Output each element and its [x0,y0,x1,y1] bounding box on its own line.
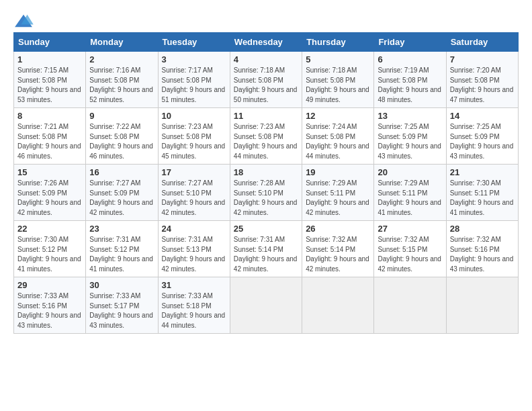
day-info: Sunrise: 7:21 AMSunset: 5:08 PMDaylight:… [17,123,81,160]
weekday-header-friday: Friday [374,33,446,52]
calendar-cell: 16Sunrise: 7:27 AMSunset: 5:09 PMDayligh… [86,165,158,221]
day-number: 2 [89,54,154,64]
calendar-cell: 4Sunrise: 7:18 AMSunset: 5:08 PMDaylight… [230,52,302,108]
weekday-header-row: SundayMondayTuesdayWednesdayThursdayFrid… [14,33,519,52]
calendar-cell: 15Sunrise: 7:26 AMSunset: 5:09 PMDayligh… [14,165,86,221]
day-info: Sunrise: 7:31 AMSunset: 5:14 PMDaylight:… [234,236,298,273]
calendar-cell: 30Sunrise: 7:33 AMSunset: 5:17 PMDayligh… [86,277,158,334]
calendar-cell [446,277,518,334]
logo [13,13,36,30]
day-info: Sunrise: 7:23 AMSunset: 5:08 PMDaylight:… [162,123,226,160]
calendar-cell: 22Sunrise: 7:30 AMSunset: 5:12 PMDayligh… [14,221,86,277]
calendar-cell: 7Sunrise: 7:20 AMSunset: 5:08 PMDaylight… [446,52,518,108]
calendar-cell: 10Sunrise: 7:23 AMSunset: 5:08 PMDayligh… [158,108,230,165]
calendar-week-row: 15Sunrise: 7:26 AMSunset: 5:09 PMDayligh… [14,165,519,221]
day-number: 4 [234,54,298,64]
day-info: Sunrise: 7:29 AMSunset: 5:11 PMDaylight:… [306,179,369,216]
day-info: Sunrise: 7:17 AMSunset: 5:08 PMDaylight:… [162,66,226,103]
calendar-cell: 8Sunrise: 7:21 AMSunset: 5:08 PMDaylight… [14,108,86,165]
calendar-week-row: 22Sunrise: 7:30 AMSunset: 5:12 PMDayligh… [14,221,519,277]
day-number: 29 [17,280,82,290]
calendar-cell: 9Sunrise: 7:22 AMSunset: 5:08 PMDaylight… [86,108,158,165]
calendar-cell: 25Sunrise: 7:31 AMSunset: 5:14 PMDayligh… [230,221,302,277]
calendar-cell: 3Sunrise: 7:17 AMSunset: 5:08 PMDaylight… [158,52,230,108]
day-number: 1 [17,54,82,64]
day-number: 24 [162,224,226,234]
calendar-cell: 2Sunrise: 7:16 AMSunset: 5:08 PMDaylight… [86,52,158,108]
day-info: Sunrise: 7:27 AMSunset: 5:10 PMDaylight:… [162,179,226,216]
calendar-cell [230,277,302,334]
calendar-cell: 26Sunrise: 7:32 AMSunset: 5:14 PMDayligh… [302,221,374,277]
day-number: 16 [89,167,154,177]
calendar-cell: 12Sunrise: 7:24 AMSunset: 5:08 PMDayligh… [302,108,374,165]
calendar-week-row: 29Sunrise: 7:33 AMSunset: 5:16 PMDayligh… [14,277,519,334]
weekday-header-thursday: Thursday [302,33,374,52]
day-number: 26 [306,224,370,234]
day-info: Sunrise: 7:30 AMSunset: 5:12 PMDaylight:… [17,236,81,273]
calendar-week-row: 8Sunrise: 7:21 AMSunset: 5:08 PMDaylight… [14,108,519,165]
calendar-cell: 23Sunrise: 7:31 AMSunset: 5:12 PMDayligh… [86,221,158,277]
day-info: Sunrise: 7:15 AMSunset: 5:08 PMDaylight:… [17,66,81,103]
day-number: 31 [162,280,226,290]
header [13,13,519,30]
day-info: Sunrise: 7:28 AMSunset: 5:10 PMDaylight:… [234,179,298,216]
calendar-cell: 20Sunrise: 7:29 AMSunset: 5:11 PMDayligh… [374,165,446,221]
day-number: 10 [162,111,226,121]
weekday-header-wednesday: Wednesday [230,33,302,52]
day-number: 30 [89,280,154,290]
day-number: 14 [450,111,515,121]
day-info: Sunrise: 7:32 AMSunset: 5:15 PMDaylight:… [378,236,441,273]
day-info: Sunrise: 7:18 AMSunset: 5:08 PMDaylight:… [306,66,369,103]
day-number: 28 [450,224,515,234]
calendar-table: SundayMondayTuesdayWednesdayThursdayFrid… [13,32,519,334]
day-info: Sunrise: 7:19 AMSunset: 5:08 PMDaylight:… [378,66,441,103]
calendar-cell: 28Sunrise: 7:32 AMSunset: 5:16 PMDayligh… [446,221,518,277]
day-info: Sunrise: 7:31 AMSunset: 5:12 PMDaylight:… [89,236,153,273]
day-number: 25 [234,224,298,234]
day-number: 12 [306,111,370,121]
calendar-cell: 21Sunrise: 7:30 AMSunset: 5:11 PMDayligh… [446,165,518,221]
calendar-cell: 31Sunrise: 7:33 AMSunset: 5:18 PMDayligh… [158,277,230,334]
day-number: 21 [450,167,515,177]
day-number: 9 [89,111,154,121]
day-info: Sunrise: 7:33 AMSunset: 5:18 PMDaylight:… [162,292,226,329]
calendar-cell: 11Sunrise: 7:23 AMSunset: 5:08 PMDayligh… [230,108,302,165]
calendar-week-row: 1Sunrise: 7:15 AMSunset: 5:08 PMDaylight… [14,52,519,108]
calendar-cell: 13Sunrise: 7:25 AMSunset: 5:09 PMDayligh… [374,108,446,165]
calendar-cell: 24Sunrise: 7:31 AMSunset: 5:13 PMDayligh… [158,221,230,277]
day-number: 18 [234,167,298,177]
day-number: 19 [306,167,370,177]
day-number: 3 [162,54,226,64]
day-info: Sunrise: 7:16 AMSunset: 5:08 PMDaylight:… [89,66,153,103]
weekday-header-saturday: Saturday [446,33,518,52]
logo-icon [13,13,34,30]
day-info: Sunrise: 7:30 AMSunset: 5:11 PMDaylight:… [450,179,514,216]
day-number: 13 [378,111,442,121]
calendar-cell: 18Sunrise: 7:28 AMSunset: 5:10 PMDayligh… [230,165,302,221]
day-number: 20 [378,167,442,177]
calendar-cell: 1Sunrise: 7:15 AMSunset: 5:08 PMDaylight… [14,52,86,108]
day-info: Sunrise: 7:29 AMSunset: 5:11 PMDaylight:… [378,179,441,216]
day-info: Sunrise: 7:27 AMSunset: 5:09 PMDaylight:… [89,179,153,216]
calendar-cell [374,277,446,334]
page-wrapper: SundayMondayTuesdayWednesdayThursdayFrid… [13,13,519,334]
calendar-cell: 6Sunrise: 7:19 AMSunset: 5:08 PMDaylight… [374,52,446,108]
calendar-cell: 29Sunrise: 7:33 AMSunset: 5:16 PMDayligh… [14,277,86,334]
day-info: Sunrise: 7:26 AMSunset: 5:09 PMDaylight:… [17,179,81,216]
day-info: Sunrise: 7:32 AMSunset: 5:16 PMDaylight:… [450,236,514,273]
weekday-header-sunday: Sunday [14,33,86,52]
calendar-cell: 14Sunrise: 7:25 AMSunset: 5:09 PMDayligh… [446,108,518,165]
calendar-cell: 17Sunrise: 7:27 AMSunset: 5:10 PMDayligh… [158,165,230,221]
day-info: Sunrise: 7:24 AMSunset: 5:08 PMDaylight:… [306,123,369,160]
day-number: 27 [378,224,442,234]
calendar-cell: 5Sunrise: 7:18 AMSunset: 5:08 PMDaylight… [302,52,374,108]
day-info: Sunrise: 7:31 AMSunset: 5:13 PMDaylight:… [162,236,226,273]
calendar-cell: 19Sunrise: 7:29 AMSunset: 5:11 PMDayligh… [302,165,374,221]
day-info: Sunrise: 7:22 AMSunset: 5:08 PMDaylight:… [89,123,153,160]
day-info: Sunrise: 7:23 AMSunset: 5:08 PMDaylight:… [234,123,298,160]
day-info: Sunrise: 7:32 AMSunset: 5:14 PMDaylight:… [306,236,369,273]
day-info: Sunrise: 7:25 AMSunset: 5:09 PMDaylight:… [450,123,514,160]
day-info: Sunrise: 7:25 AMSunset: 5:09 PMDaylight:… [378,123,441,160]
day-number: 15 [17,167,82,177]
day-number: 5 [306,54,370,64]
